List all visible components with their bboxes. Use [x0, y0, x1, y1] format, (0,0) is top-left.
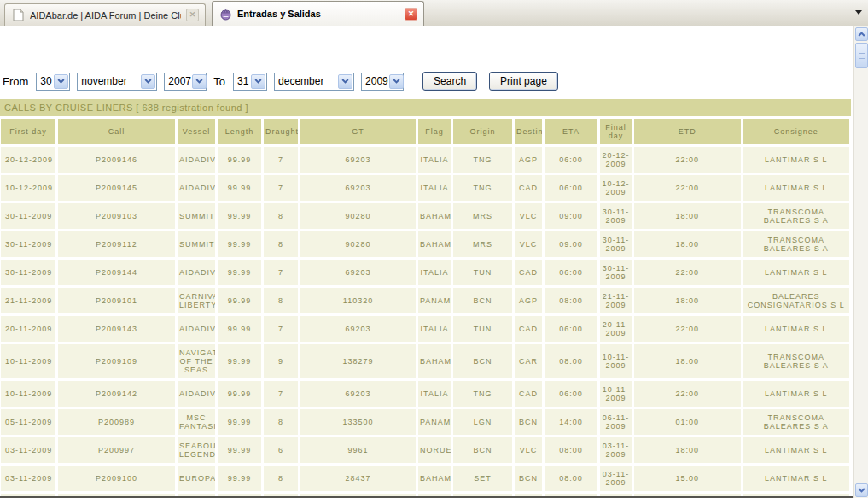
cell-draught: 7: [264, 147, 298, 173]
cell-length: 99.99: [218, 203, 261, 229]
tab-entradas[interactable]: Entradas y Salidas ✕: [212, 1, 424, 26]
scrollbar-thumb[interactable]: [855, 43, 868, 68]
cell-eta: 09:00: [545, 231, 597, 257]
table-row: 03-11-2009 P2009100 EUROPA 99.99 8 28437…: [1, 466, 849, 491]
chevron-down-icon[interactable]: [853, 9, 864, 17]
cell-gt: 69203: [300, 147, 416, 173]
column-header[interactable]: ETA: [545, 119, 597, 144]
cell-origin: SET: [453, 466, 512, 491]
cell-first-day: 20-11-2009: [1, 316, 55, 342]
browser-window: AIDAbar.de | AIDA Forum | Deine Clu... ✕…: [0, 0, 868, 498]
column-header[interactable]: Consignee: [743, 119, 850, 144]
vertical-scrollbar[interactable]: [853, 26, 868, 498]
cell-eta: 06:00: [545, 260, 597, 285]
cell-etd: 18:00: [634, 437, 741, 463]
cell-length: 99.99: [218, 288, 261, 313]
column-header[interactable]: ETD: [634, 119, 741, 144]
cell-draught: 7: [264, 316, 298, 342]
column-header[interactable]: GT: [300, 119, 416, 144]
table-header-row: First dayCallVesselLengthDraughtGTFlagOr…: [1, 119, 849, 144]
cell-eta: 06:00: [545, 147, 597, 173]
cell-draught: 8: [264, 231, 298, 257]
cell-destination: CAD: [515, 316, 542, 342]
cell-first-day: 10-12-2009: [1, 175, 55, 201]
cell-first-day: 10-11-2009: [1, 381, 55, 407]
from-day-select[interactable]: 30: [36, 73, 70, 91]
cell-call: P2009103: [58, 203, 175, 229]
print-page-button[interactable]: Print page: [489, 72, 558, 91]
cell-length: 99.99: [218, 316, 261, 342]
cell-flag: ITALIA: [418, 175, 451, 201]
column-header[interactable]: First day: [1, 119, 55, 144]
table-row: 30-11-2009 P2009112 SUMMIT 99.99 8 90280…: [1, 231, 849, 257]
column-header[interactable]: Vessel: [178, 119, 215, 144]
close-icon[interactable]: ✕: [405, 8, 417, 21]
cell-flag: ITALIA: [418, 381, 451, 407]
cell-gt: 69203: [300, 381, 416, 407]
date-filter-form: From 30 november 2007 To 31 december: [3, 72, 853, 91]
column-header[interactable]: Destination: [515, 119, 542, 144]
cell-etd: 15:00: [634, 466, 741, 491]
site-favicon-icon: [218, 7, 232, 21]
cell-vessel: SUMMIT: [178, 231, 215, 257]
scroll-down-button[interactable]: [855, 483, 868, 497]
cell-etd: 22:00: [634, 260, 741, 285]
cell-draught: 7: [264, 260, 298, 285]
cell-first-day: 30-11-2009: [1, 231, 55, 257]
cell-destination: BCN: [515, 466, 542, 491]
cell-origin: BCN: [453, 344, 512, 378]
to-month-select[interactable]: december: [274, 73, 354, 91]
cell-eta: 08:00: [545, 466, 597, 491]
cell-consignee: TRANSCOMA BALEARES S A: [743, 409, 850, 435]
cell-etd: 01:00: [634, 409, 741, 435]
cell-flag: PANAMA: [418, 288, 451, 313]
cell-length: 99.99: [218, 231, 261, 257]
column-header[interactable]: Flag: [418, 119, 451, 144]
to-day-select[interactable]: 31: [233, 73, 267, 91]
cell-origin: BCN: [453, 288, 512, 313]
cell-eta: 08:00: [545, 437, 597, 463]
cell-final-day: 10-12-2009: [600, 175, 632, 201]
cell-vessel: SEABOURN LEGEND: [178, 437, 215, 463]
tab-aidabar[interactable]: AIDAbar.de | AIDA Forum | Deine Clu... ✕: [4, 3, 206, 26]
close-icon[interactable]: ✕: [186, 9, 199, 21]
chevron-up-icon: [858, 32, 865, 37]
cell-final-day: 06-11-2009: [600, 409, 632, 435]
cell-etd: 22:00: [634, 381, 741, 407]
cell-length: 99.99: [218, 260, 261, 285]
column-header[interactable]: Origin: [453, 119, 512, 144]
to-day-value: 31: [237, 75, 248, 87]
cell-draught: 6: [264, 437, 298, 463]
to-year-select[interactable]: 2009: [361, 73, 404, 91]
from-day-value: 30: [40, 75, 51, 87]
scroll-up-button[interactable]: [855, 27, 868, 41]
cell-call: P2009144: [58, 260, 175, 285]
chevron-down-icon: [141, 74, 155, 89]
cell-eta: 06:00: [545, 175, 597, 201]
cell-final-day: 20-12-2009: [600, 147, 632, 173]
column-header[interactable]: Call: [58, 119, 175, 144]
cell-eta: 06:00: [545, 381, 597, 407]
cell-final-day: 21-11-2009: [600, 288, 632, 313]
column-header[interactable]: Final day: [600, 119, 632, 144]
from-year-select[interactable]: 2007: [164, 73, 207, 91]
cell-destination: CAD: [515, 381, 542, 407]
cell-eta: 09:00: [545, 203, 597, 229]
cell-etd: 22:00: [634, 175, 741, 201]
column-header[interactable]: Length: [218, 119, 261, 144]
cell-consignee: LANTIMAR S L: [743, 147, 850, 173]
cell-vessel: AIDADIVA: [178, 260, 215, 285]
cell-draught: 9: [264, 344, 298, 378]
cell-vessel: AIDADIVA: [178, 316, 215, 342]
cell-length: 99.99: [218, 381, 261, 407]
search-button[interactable]: Search: [422, 72, 477, 91]
cell-final-day: 03-11-2009: [600, 466, 632, 491]
cell-first-day: 05-11-2009: [1, 409, 55, 435]
cell-call: P2009145: [58, 175, 175, 201]
cell-call: P2009109: [58, 344, 175, 378]
column-header[interactable]: Draught: [264, 119, 298, 144]
cell-length: 99.99: [218, 147, 261, 173]
from-month-select[interactable]: november: [77, 73, 157, 91]
cell-flag: ITALIA: [418, 260, 451, 285]
cell-draught: 8: [264, 409, 298, 435]
